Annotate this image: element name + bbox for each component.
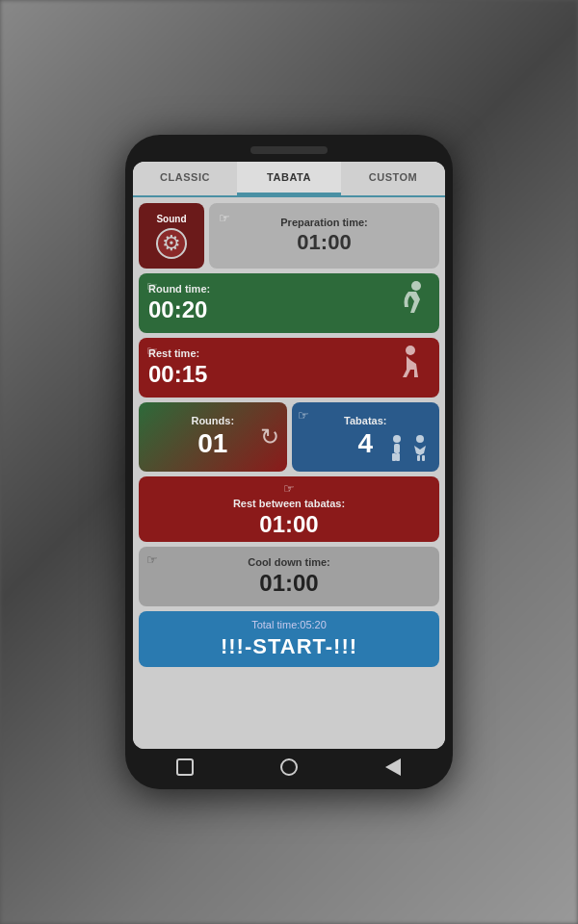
start-label: !!!-START-!!! — [221, 634, 357, 659]
nav-circle-icon — [280, 758, 298, 776]
nav-square-icon — [176, 758, 194, 776]
round-time-box[interactable]: ☞ Round time: 00:20 — [139, 273, 439, 333]
rounds-title: Rounds: — [191, 415, 234, 426]
rest-between-pointer-icon: ☞ — [283, 481, 295, 496]
nav-home-button[interactable] — [278, 757, 300, 778]
tabatas-box[interactable]: ☞ Tabatas: 4 — [292, 402, 440, 472]
prep-value: 01:00 — [297, 230, 351, 255]
prep-pointer-icon: ☞ — [219, 211, 230, 225]
total-time-label: Total time:05:20 — [251, 619, 327, 630]
gear-icon — [156, 228, 187, 259]
phone-notch — [250, 146, 328, 154]
tabatas-pointer-icon: ☞ — [298, 408, 309, 423]
rest-figure-icon — [389, 343, 432, 394]
rest-between-value: 01:00 — [259, 511, 318, 538]
tab-custom[interactable]: CUSTOM — [341, 162, 445, 195]
svg-point-0 — [411, 281, 421, 291]
nav-back-button[interactable] — [382, 757, 404, 778]
sound-label: Sound — [156, 214, 186, 224]
tab-bar: CLASSIC TABATA CUSTOM — [133, 162, 445, 197]
svg-rect-3 — [394, 444, 400, 453]
nav-square-button[interactable] — [174, 757, 196, 778]
row-sound-prep: Sound ☞ Preparation time: 01:00 — [139, 203, 439, 269]
prep-title: Preparation time: — [280, 217, 367, 228]
cooldown-box[interactable]: ☞ Cool down time: 01:00 — [139, 547, 439, 606]
tabata-exercise-icons — [387, 434, 434, 468]
cooldown-pointer-icon: ☞ — [146, 552, 158, 567]
phone-screen: CLASSIC TABATA CUSTOM Sound ☞ Preparatio… — [133, 162, 445, 749]
rest-pointer-icon: ☞ — [146, 344, 158, 358]
preparation-box[interactable]: ☞ Preparation time: 01:00 — [209, 203, 439, 269]
exercise-icon — [389, 278, 432, 329]
rest-between-box[interactable]: ☞ Rest between tabatas: 01:00 — [139, 476, 439, 542]
rest-value: 00:15 — [148, 361, 207, 388]
rounds-box[interactable]: Rounds: 01 ↻ — [139, 402, 287, 472]
prep-inner: ☞ Preparation time: 01:00 — [213, 207, 435, 265]
svg-rect-5 — [396, 453, 400, 461]
rest-between-title: Rest between tabatas: — [233, 498, 345, 509]
rounds-value: 01 — [197, 428, 227, 459]
refresh-icon: ↻ — [260, 424, 279, 450]
svg-point-1 — [406, 346, 415, 355]
sound-button[interactable]: Sound — [139, 203, 204, 269]
tab-tabata[interactable]: TABATA — [237, 162, 341, 195]
phone-nav-bar — [133, 749, 445, 780]
round-value: 00:20 — [148, 296, 210, 323]
round-pointer-icon: ☞ — [146, 279, 158, 294]
phone-frame: CLASSIC TABATA CUSTOM Sound ☞ Preparatio… — [125, 135, 453, 789]
nav-triangle-icon — [385, 758, 401, 776]
screen-content: Sound ☞ Preparation time: 01:00 ☞ Round … — [133, 197, 445, 749]
row-rounds-tabatas: Rounds: 01 ↻ ☞ Tabatas: 4 — [139, 402, 439, 472]
svg-point-6 — [416, 435, 424, 443]
svg-rect-7 — [417, 455, 420, 461]
svg-rect-4 — [392, 453, 396, 461]
cooldown-value: 01:00 — [259, 570, 318, 597]
tabatas-value: 4 — [357, 428, 373, 459]
svg-point-2 — [393, 435, 401, 443]
tab-classic[interactable]: CLASSIC — [133, 162, 237, 195]
start-button[interactable]: Total time:05:20 !!!-START-!!! — [139, 611, 439, 667]
svg-rect-8 — [422, 455, 425, 461]
tabatas-title: Tabatas: — [344, 415, 386, 426]
cooldown-title: Cool down time: — [248, 556, 330, 568]
rest-time-box[interactable]: ☞ Rest time: 00:15 — [139, 338, 439, 398]
